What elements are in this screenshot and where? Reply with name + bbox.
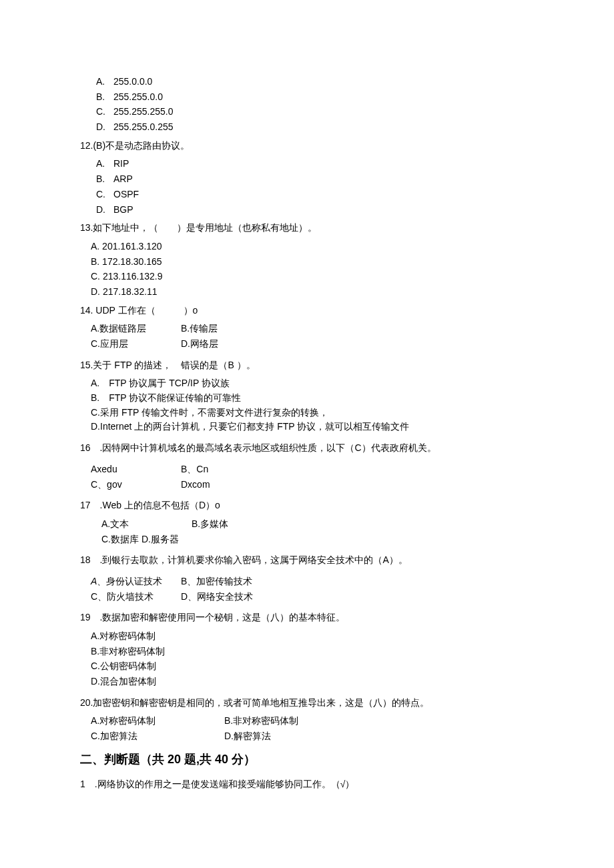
q17-options: A.文本B.多媒体 C.数据库 D.服务器 [101,517,534,546]
q12-option-b: B.ARP [96,172,534,187]
q13-option-a: A. 201.161.3.120 [91,240,534,254]
q18-option-b: B、加密传输技术 [181,574,252,589]
q13-options: A. 201.161.3.120 B. 172.18.30.165 C. 213… [91,240,534,300]
q18-option-a-text: 、身份认证技术 [97,576,162,586]
q18-option-c: C、防火墙技术 [91,590,181,604]
q18-option-a-letter: A [91,576,97,586]
q15-option-a: A. FTP 协议属于 TCP/IP 协议族 [91,376,534,391]
option-letter: D. [96,203,113,218]
q20-option-b: B.非对称密码体制 [224,714,298,729]
q12-options: A.RIP B.ARP C.OSPF D.BGP [96,157,534,217]
q12-stem: 12.(B)不是动态路由协议。 [80,139,534,153]
option-letter: D. [96,120,113,135]
q20-row2: C.加密算法D.解密算法 [91,729,534,744]
q20-option-d: D.解密算法 [224,729,271,744]
q19-option-c: C.公钥密码体制 [91,659,534,674]
q17-row2: C.数据库 D.服务器 [101,532,534,547]
q14-row1: A.数据链路层B.传输层 [91,322,534,336]
option-text: BGP [113,204,133,215]
q13-option-c: C. 213.116.132.9 [91,270,534,284]
q19-option-a: A.对称密码体制 [91,629,534,644]
q11-options: A.255.0.0.0 B.255.255.0.0 C.255.255.255.… [96,75,534,135]
option-letter: C. [96,187,113,202]
q20-option-c: C.加密算法 [91,729,224,744]
q18-option-a: A、身份认证技术 [91,574,181,589]
q19-option-d: D.混合加密体制 [91,675,534,689]
q12-option-c: C.OSPF [96,187,534,202]
section2-heading: 二、判断题（共 20 题,共 40 分） [80,751,534,769]
option-text: OSPF [113,189,139,199]
q15-options: A. FTP 协议属于 TCP/IP 协议族 B. FTP 协议不能保证传输的可… [91,376,534,434]
q16-options: AxeduB、Cn C、govDxcom [91,462,534,492]
q18-option-d: D、网络安全技术 [181,590,253,604]
q20-option-a: A.对称密码体制 [91,714,224,729]
q14-option-c: C.应用层 [91,337,181,352]
q19-options: A.对称密码体制 B.非对称密码体制 C.公钥密码体制 D.混合加密体制 [91,629,534,689]
q16-row2: C、govDxcom [91,478,534,492]
q18-options: A、身份认证技术B、加密传输技术 C、防火墙技术D、网络安全技术 [91,574,534,604]
q14-row2: C.应用层D.网络层 [91,337,534,352]
q20-stem: 20.加密密钥和解密密钥是相同的，或者可简单地相互推导出来，这是（八）的特点。 [80,696,534,711]
q19-option-b: B.非对称密码体制 [91,644,534,659]
q18-stem: 18 .到银行去取款，计算机要求你输入密码，这属于网络安全技术中的（A）。 [80,553,534,568]
q16-option-b: B、Cn [181,462,208,477]
q17-option-b: B.多媒体 [192,517,228,532]
q17-stem: 17 .Web 上的信息不包括（D）o [80,498,534,513]
q16-option-c: C、gov [91,478,181,492]
q19-stem: 19 .数据加密和解密使用同一个秘钥，这是（八）的基本特征。 [80,610,534,625]
option-text: 255.255.0.255 [113,121,174,132]
q14-option-a: A.数据链路层 [91,322,181,336]
option-text: 255.0.0.0 [113,76,152,87]
q15-option-c: C.采用 FTP 传输文件时，不需要对文件进行复杂的转换， [91,406,534,420]
option-letter: A. [96,157,113,171]
option-letter: C. [96,105,113,119]
q16-option-d: Dxcom [181,478,210,492]
q14-option-b: B.传输层 [181,322,218,336]
option-text: RIP [113,158,129,169]
q17-row1: A.文本B.多媒体 [101,517,534,532]
q13-option-d: D. 217.18.32.11 [91,285,534,300]
q16-stem: 16 .因特网中计算机域名的最高域名表示地区或组织性质，以下（C）代表政府机关。 [80,441,534,456]
q16-option-a: Axedu [91,462,181,477]
q20-options: A.对称密码体制B.非对称密码体制 C.加密算法D.解密算法 [91,714,534,743]
q14-option-d: D.网络层 [181,337,218,352]
q11-option-b: B.255.255.0.0 [96,90,534,105]
sec2-q1: 1 .网络协议的作用之一是使发送端和接受端能够协同工作。（√） [80,777,534,792]
q12-option-a: A.RIP [96,157,534,171]
q15-stem: 15.关于 FTP 的描述， 错误的是（B ）。 [80,358,534,373]
document-page: A.255.0.0.0 B.255.255.0.0 C.255.255.255.… [0,0,614,868]
q15-option-d: D.Internet 上的两台计算机，只要它们都支持 FTP 协议，就可以相互传… [91,420,534,434]
q15-option-b: B. FTP 协议不能保证传输的可靠性 [91,391,534,406]
q13-stem: 13.如下地址中，（ ）是专用地址（也称私有地址）。 [80,221,534,236]
q17-option-a: A.文本 [101,517,192,532]
option-letter: A. [96,75,113,89]
q14-stem: 14. UDP 工作在（ ）o [80,304,534,318]
q16-row1: AxeduB、Cn [91,462,534,477]
q20-row1: A.对称密码体制B.非对称密码体制 [91,714,534,729]
q18-row1: A、身份认证技术B、加密传输技术 [91,574,534,589]
option-text: ARP [113,173,133,184]
q11-option-a: A.255.0.0.0 [96,75,534,89]
option-letter: B. [96,172,113,187]
q14-options: A.数据链路层B.传输层 C.应用层D.网络层 [91,322,534,351]
q18-row2: C、防火墙技术D、网络安全技术 [91,590,534,604]
option-text: 255.255.255.0 [113,106,174,117]
q12-option-d: D.BGP [96,203,534,218]
q11-option-c: C.255.255.255.0 [96,105,534,119]
q13-option-b: B. 172.18.30.165 [91,255,534,270]
option-letter: B. [96,90,113,105]
q11-option-d: D.255.255.0.255 [96,120,534,135]
option-text: 255.255.0.0 [113,91,163,102]
